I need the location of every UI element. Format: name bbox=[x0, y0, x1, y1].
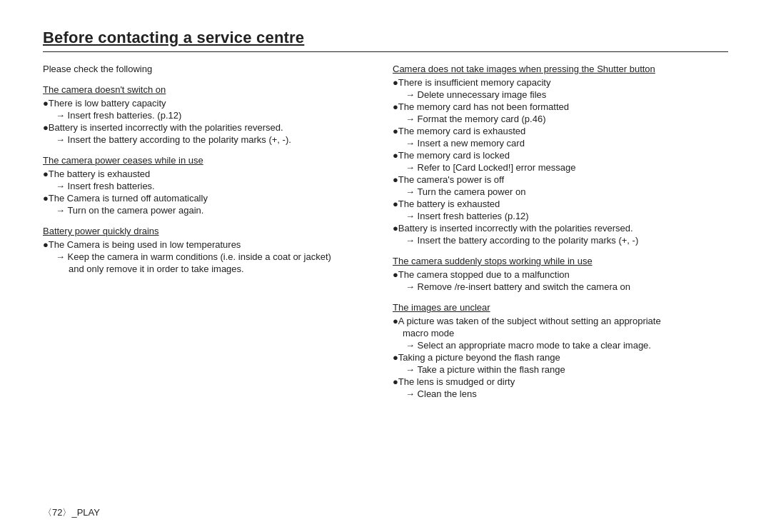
section-battery-drains: Battery power quickly drains ●The Camera… bbox=[43, 226, 371, 274]
list-item: → Select an appropriate macro mode to ta… bbox=[393, 340, 728, 351]
page-footer: 〈72〉_PLAY bbox=[43, 506, 100, 519]
section-stops-title: The camera suddenly stops working while … bbox=[393, 256, 728, 266]
list-item: ●The battery is exhausted bbox=[43, 169, 371, 179]
list-item: and only remove it in order to take imag… bbox=[43, 264, 371, 274]
arrow-text: → Insert the battery according to the po… bbox=[56, 134, 291, 145]
bullet-text: ●A picture was taken of the subject with… bbox=[393, 316, 661, 326]
arrow-text: → Keep the camera in warm conditions (i.… bbox=[56, 251, 331, 262]
section-camera-power-title: The camera power ceases while in use bbox=[43, 155, 371, 166]
list-item: → Delete unnecessary image files bbox=[393, 89, 728, 100]
arrow-text: → Insert fresh batteries (p.12) bbox=[405, 211, 529, 221]
arrow-text: → Delete unnecessary image files bbox=[405, 89, 546, 100]
bullet-text: ●The camera stopped due to a malfunction bbox=[393, 269, 570, 280]
list-item: ●The lens is smudged or dirty bbox=[393, 376, 728, 387]
list-item: → Insert a new memory card bbox=[393, 138, 728, 149]
title-divider bbox=[43, 51, 728, 52]
list-item: ●The Camera is being used in low tempera… bbox=[43, 239, 371, 250]
list-item: → Remove /re-insert battery and switch t… bbox=[393, 281, 728, 292]
bullet-text: ●There is low battery capacity bbox=[43, 98, 166, 109]
section-shutter: Camera does not take images when pressin… bbox=[393, 64, 728, 246]
section-shutter-title: Camera does not take images when pressin… bbox=[393, 64, 728, 74]
arrow-text: → Insert fresh batteries. bbox=[56, 181, 155, 191]
list-item: → Turn the camera power on bbox=[393, 186, 728, 197]
bullet-text: ●There is insufficient memory capacity bbox=[393, 77, 550, 88]
bullet-text: ●The battery is exhausted bbox=[43, 169, 150, 179]
section-unclear: The images are unclear ●A picture was ta… bbox=[393, 302, 728, 399]
arrow-text: → Clean the lens bbox=[405, 388, 477, 399]
bullet-text: ●The camera's power is off bbox=[393, 174, 504, 185]
list-item: → Refer to [Card Locked!] error message bbox=[393, 162, 728, 173]
list-item: ●The battery is exhausted bbox=[393, 199, 728, 209]
bullet-text: ●The lens is smudged or dirty bbox=[393, 376, 515, 387]
list-item: ●The memory card is exhausted bbox=[393, 126, 728, 136]
page-title: Before contacting a service centre bbox=[43, 29, 728, 47]
bullet-text: ●Battery is inserted incorrectly with th… bbox=[393, 223, 633, 234]
list-item: → Format the memory card (p.46) bbox=[393, 114, 728, 124]
bullet-continuation-text: macro mode bbox=[403, 328, 454, 338]
bullet-text: ●The memory card has not been formatted bbox=[393, 101, 569, 112]
arrow-text: → Refer to [Card Locked!] error message bbox=[405, 162, 575, 173]
list-item: ●The camera stopped due to a malfunction bbox=[393, 269, 728, 280]
arrow-text: → Take a picture within the flash range bbox=[405, 364, 565, 375]
arrow-text: → Insert the battery according to the po… bbox=[405, 235, 638, 246]
left-column: Please check the following The camera do… bbox=[43, 64, 371, 409]
list-item: ●Battery is inserted incorrectly with th… bbox=[43, 122, 371, 133]
list-item: ●The memory card has not been formatted bbox=[393, 101, 728, 112]
bullet-text: ●The Camera is being used in low tempera… bbox=[43, 239, 241, 250]
list-item: → Insert the battery according to the po… bbox=[393, 235, 728, 246]
list-item: → Turn on the camera power again. bbox=[43, 205, 371, 216]
arrow-text: → Remove /re-insert battery and switch t… bbox=[405, 281, 630, 292]
bullet-text: ●The battery is exhausted bbox=[393, 199, 500, 209]
arrow-text: → Select an appropriate macro mode to ta… bbox=[405, 340, 651, 351]
bullet-text: ●The memory card is locked bbox=[393, 150, 510, 161]
list-item: → Clean the lens bbox=[393, 388, 728, 399]
list-item: ●There is insufficient memory capacity bbox=[393, 77, 728, 88]
list-item: → Insert the battery according to the po… bbox=[43, 134, 371, 145]
section-suddenly-stops: The camera suddenly stops working while … bbox=[393, 256, 728, 292]
list-item: → Insert fresh batteries. (p.12) bbox=[43, 110, 371, 121]
list-item: → Insert fresh batteries (p.12) bbox=[393, 211, 728, 221]
list-item: ●The Camera is turned off automatically bbox=[43, 193, 371, 204]
list-item: ●Taking a picture beyond the flash range bbox=[393, 352, 728, 363]
bullet-text: ●Taking a picture beyond the flash range bbox=[393, 352, 560, 363]
bullet-text: ●The memory card is exhausted bbox=[393, 126, 525, 136]
arrow-text: → Insert fresh batteries. (p.12) bbox=[56, 110, 181, 121]
list-item: ●The memory card is locked bbox=[393, 150, 728, 161]
arrow-continuation-text: and only remove it in order to take imag… bbox=[69, 264, 244, 274]
bullet-text: ●The Camera is turned off automatically bbox=[43, 193, 208, 204]
section-camera-switch: The camera doesn't switch on ●There is l… bbox=[43, 84, 371, 145]
page: Before contacting a service centre Pleas… bbox=[0, 0, 771, 532]
section-unclear-title: The images are unclear bbox=[393, 302, 728, 313]
arrow-text: → Format the memory card (p.46) bbox=[405, 114, 546, 124]
arrow-text: → Turn on the camera power again. bbox=[56, 205, 203, 216]
arrow-text: → Insert a new memory card bbox=[405, 138, 525, 149]
list-item: ●The camera's power is off bbox=[393, 174, 728, 185]
list-item: → Take a picture within the flash range bbox=[393, 364, 728, 375]
arrow-text: → Turn the camera power on bbox=[405, 186, 525, 197]
bullet-text: ●Battery is inserted incorrectly with th… bbox=[43, 122, 283, 133]
section-camera-power: The camera power ceases while in use ●Th… bbox=[43, 155, 371, 216]
list-item: → Insert fresh batteries. bbox=[43, 181, 371, 191]
list-item: ●There is low battery capacity bbox=[43, 98, 371, 109]
list-item: ●A picture was taken of the subject with… bbox=[393, 316, 728, 326]
section-camera-switch-title: The camera doesn't switch on bbox=[43, 84, 371, 95]
list-item: macro mode bbox=[393, 328, 728, 338]
section-battery-drains-title: Battery power quickly drains bbox=[43, 226, 371, 236]
intro-text: Please check the following bbox=[43, 64, 371, 74]
content-area: Please check the following The camera do… bbox=[43, 64, 728, 409]
right-column: Camera does not take images when pressin… bbox=[393, 64, 728, 409]
list-item: → Keep the camera in warm conditions (i.… bbox=[43, 251, 371, 262]
list-item: ●Battery is inserted incorrectly with th… bbox=[393, 223, 728, 234]
